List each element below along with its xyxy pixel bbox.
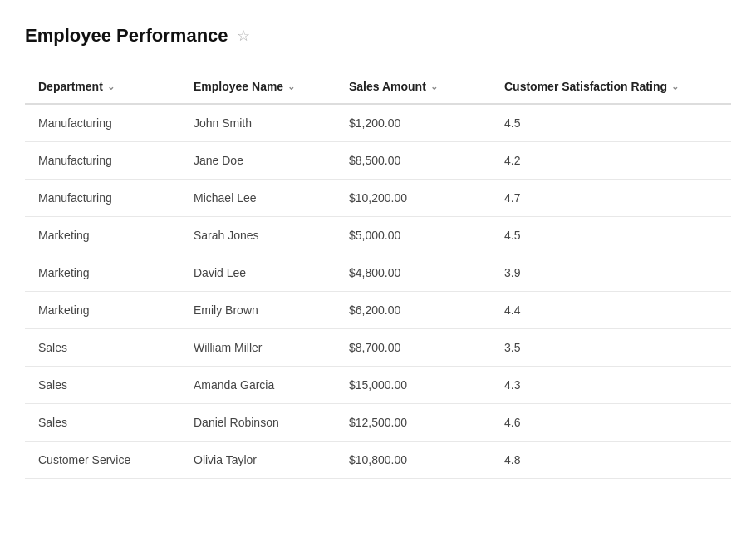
- cell-employee: Daniel Robinson: [180, 404, 336, 442]
- cell-sales: $6,200.00: [336, 292, 491, 329]
- employee-table-container: Department ⌄ Employee Name ⌄ Sales Amoun…: [25, 70, 731, 479]
- cell-rating: 3.5: [491, 329, 731, 367]
- table-row: SalesDaniel Robinson$12,500.004.6: [25, 404, 731, 442]
- cell-department: Manufacturing: [25, 104, 180, 142]
- cell-sales: $10,200.00: [336, 180, 491, 217]
- cell-department: Manufacturing: [25, 180, 180, 217]
- table-row: MarketingEmily Brown$6,200.004.4: [25, 292, 731, 329]
- cell-rating: 4.3: [491, 367, 731, 404]
- page-title: Employee Performance: [25, 25, 228, 47]
- cell-department: Sales: [25, 329, 180, 367]
- cell-rating: 4.8: [491, 442, 731, 479]
- cell-sales: $8,700.00: [336, 329, 491, 367]
- sort-icon-sales: ⌄: [430, 81, 438, 92]
- cell-rating: 4.4: [491, 292, 731, 329]
- cell-sales: $10,800.00: [336, 442, 491, 479]
- favorite-star-icon[interactable]: ☆: [237, 27, 250, 45]
- cell-department: Marketing: [25, 292, 180, 329]
- cell-rating: 4.5: [491, 104, 731, 142]
- column-header-employee[interactable]: Employee Name ⌄: [180, 70, 336, 104]
- cell-sales: $8,500.00: [336, 142, 491, 180]
- cell-department: Sales: [25, 404, 180, 442]
- cell-department: Marketing: [25, 217, 180, 254]
- cell-employee: Sarah Jones: [180, 217, 336, 254]
- table-row: MarketingDavid Lee$4,800.003.9: [25, 254, 731, 292]
- table-row: ManufacturingJohn Smith$1,200.004.5: [25, 104, 731, 142]
- cell-employee: Jane Doe: [180, 142, 336, 180]
- cell-sales: $1,200.00: [336, 104, 491, 142]
- cell-sales: $4,800.00: [336, 254, 491, 292]
- cell-rating: 3.9: [491, 254, 731, 292]
- cell-employee: Emily Brown: [180, 292, 336, 329]
- cell-department: Marketing: [25, 254, 180, 292]
- table-body: ManufacturingJohn Smith$1,200.004.5Manuf…: [25, 104, 731, 479]
- cell-department: Customer Service: [25, 442, 180, 479]
- cell-rating: 4.6: [491, 404, 731, 442]
- sort-icon-employee: ⌄: [287, 81, 295, 92]
- column-header-rating[interactable]: Customer Satisfaction Rating ⌄: [491, 70, 731, 104]
- sort-icon-rating: ⌄: [671, 81, 679, 92]
- employee-performance-table: Department ⌄ Employee Name ⌄ Sales Amoun…: [25, 70, 731, 479]
- table-row: SalesAmanda Garcia$15,000.004.3: [25, 367, 731, 404]
- page-header: Employee Performance ☆: [25, 25, 731, 47]
- cell-employee: Amanda Garcia: [180, 367, 336, 404]
- cell-department: Manufacturing: [25, 142, 180, 180]
- cell-rating: 4.5: [491, 217, 731, 254]
- cell-department: Sales: [25, 367, 180, 404]
- cell-employee: Michael Lee: [180, 180, 336, 217]
- cell-employee: Olivia Taylor: [180, 442, 336, 479]
- table-header-row: Department ⌄ Employee Name ⌄ Sales Amoun…: [25, 70, 731, 104]
- cell-sales: $5,000.00: [336, 217, 491, 254]
- cell-sales: $12,500.00: [336, 404, 491, 442]
- table-row: MarketingSarah Jones$5,000.004.5: [25, 217, 731, 254]
- sort-icon-department: ⌄: [107, 81, 115, 92]
- cell-rating: 4.7: [491, 180, 731, 217]
- cell-rating: 4.2: [491, 142, 731, 180]
- cell-sales: $15,000.00: [336, 367, 491, 404]
- cell-employee: David Lee: [180, 254, 336, 292]
- table-row: SalesWilliam Miller$8,700.003.5: [25, 329, 731, 367]
- column-header-department[interactable]: Department ⌄: [25, 70, 180, 104]
- table-row: ManufacturingJane Doe$8,500.004.2: [25, 142, 731, 180]
- cell-employee: John Smith: [180, 104, 336, 142]
- table-row: Customer ServiceOlivia Taylor$10,800.004…: [25, 442, 731, 479]
- cell-employee: William Miller: [180, 329, 336, 367]
- column-header-sales[interactable]: Sales Amount ⌄: [336, 70, 491, 104]
- table-row: ManufacturingMichael Lee$10,200.004.7: [25, 180, 731, 217]
